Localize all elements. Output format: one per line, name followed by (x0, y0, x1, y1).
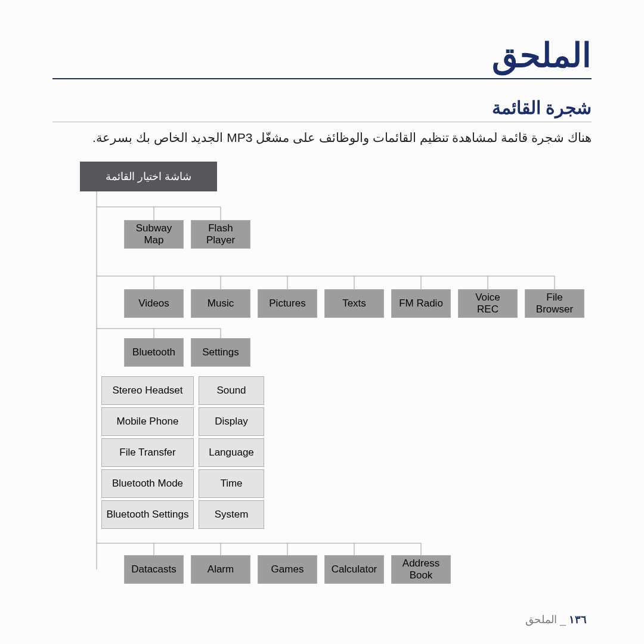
node-display: Display (199, 407, 264, 436)
node-calculator: Calculator (324, 555, 384, 584)
node-stereo-headset: Stereo Headset (101, 376, 194, 405)
node-pictures: Pictures (258, 289, 317, 318)
node-mobile-phone: Mobile Phone (101, 407, 194, 436)
node-voice-rec: VoiceREC (458, 289, 518, 318)
page-footer: ١٣٦ _ الملحق (525, 613, 592, 626)
node-file-browser: FileBrowser (525, 289, 584, 318)
node-flash-player: FlashPlayer (191, 220, 250, 249)
footer-separator: _ (560, 614, 566, 626)
node-settings: Settings (191, 338, 250, 367)
section-heading: شجرة القائمة (52, 97, 592, 122)
page-title: الملحق (52, 36, 592, 79)
section-description: هناك شجرة قائمة لمشاهدة تنظيم القائمات و… (52, 131, 592, 145)
footer-section: الملحق (525, 614, 557, 626)
node-subway-map: SubwayMap (124, 220, 184, 249)
node-bluetooth-settings: Bluetooth Settings (101, 500, 194, 529)
node-file-transfer: File Transfer (101, 438, 194, 467)
node-music: Music (191, 289, 250, 318)
menu-tree: شاشة اختيار القائمة SubwayMap FlashPlaye… (52, 162, 592, 603)
node-bluetooth-mode: Bluetooth Mode (101, 469, 194, 498)
node-videos: Videos (124, 289, 184, 318)
node-address-book: AddressBook (391, 555, 451, 584)
node-time: Time (199, 469, 264, 498)
node-system: System (199, 500, 264, 529)
node-sound: Sound (199, 376, 264, 405)
node-games: Games (258, 555, 317, 584)
node-language: Language (199, 438, 264, 467)
node-bluetooth: Bluetooth (124, 338, 184, 367)
node-alarm: Alarm (191, 555, 250, 584)
node-texts: Texts (324, 289, 384, 318)
node-datacasts: Datacasts (124, 555, 184, 584)
footer-page-number: ١٣٦ (569, 614, 587, 626)
node-fm-radio: FM Radio (391, 289, 451, 318)
tree-root: شاشة اختيار القائمة (80, 162, 217, 191)
